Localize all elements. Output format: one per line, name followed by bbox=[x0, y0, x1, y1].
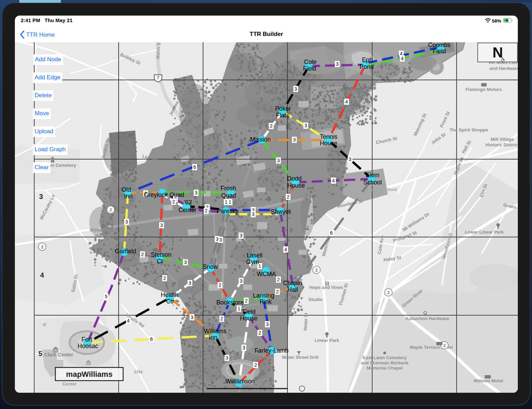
svg-text:Mission: Mission bbox=[250, 136, 270, 143]
svg-text:1: 1 bbox=[229, 199, 231, 205]
svg-text:Quad: Quad bbox=[221, 192, 236, 199]
svg-text:Inn: Inn bbox=[124, 193, 132, 200]
svg-text:4: 4 bbox=[40, 271, 44, 279]
svg-text:Chapin: Chapin bbox=[283, 280, 302, 287]
svg-text:3: 3 bbox=[39, 193, 43, 200]
svg-text:Frosh: Frosh bbox=[221, 185, 236, 192]
svg-text:3: 3 bbox=[184, 260, 187, 265]
svg-text:The Spirit Shoppe: The Spirit Shoppe bbox=[449, 127, 488, 133]
svg-text:5: 5 bbox=[105, 294, 108, 299]
svg-text:Pond: Pond bbox=[360, 63, 374, 70]
svg-text:3: 3 bbox=[195, 190, 198, 196]
svg-text:Linear Park: Linear Park bbox=[315, 338, 340, 343]
svg-text:Sawyer: Sawyer bbox=[271, 208, 291, 215]
svg-text:Center: Center bbox=[178, 207, 197, 213]
svg-text:3: 3 bbox=[349, 156, 351, 162]
svg-text:Garfield: Garfield bbox=[115, 248, 136, 255]
svg-text:School: School bbox=[363, 179, 382, 186]
svg-text:3: 3 bbox=[219, 237, 222, 243]
svg-text:East Lawn Cemetery: East Lawn Cemetery bbox=[363, 355, 407, 360]
svg-text:2: 2 bbox=[163, 275, 166, 281]
svg-text:6: 6 bbox=[193, 164, 196, 170]
svg-text:Lansing: Lansing bbox=[253, 292, 274, 299]
svg-text:4: 4 bbox=[332, 178, 335, 183]
svg-text:2: 2 bbox=[277, 277, 280, 282]
svg-text:3: 3 bbox=[304, 123, 307, 128]
svg-text:Lower Linear Park: Lower Linear Park bbox=[465, 229, 504, 235]
svg-text:3: 3 bbox=[216, 236, 219, 242]
svg-text:Flamingo Motors: Flamingo Motors bbox=[466, 87, 502, 92]
svg-text:4: 4 bbox=[284, 247, 287, 252]
svg-text:Field: Field bbox=[433, 48, 446, 55]
svg-text:Farley-Lamb: Farley-Lamb bbox=[255, 347, 288, 354]
svg-text:Poker: Poker bbox=[275, 105, 291, 112]
svg-text:2: 2 bbox=[205, 208, 208, 213]
svg-text:1: 1 bbox=[225, 199, 228, 205]
svg-text:2: 2 bbox=[110, 208, 112, 212]
svg-text:Mill Village: Mill Village bbox=[491, 137, 514, 142]
svg-text:Ct: Ct bbox=[157, 258, 163, 265]
svg-text:2: 2 bbox=[315, 268, 318, 273]
svg-text:Fort: Fort bbox=[81, 336, 92, 343]
svg-text:Lasell: Lasell bbox=[247, 252, 263, 259]
svg-text:Gym: Gym bbox=[246, 258, 259, 265]
svg-text:2: 2 bbox=[254, 362, 257, 368]
svg-text:7: 7 bbox=[157, 75, 159, 80]
svg-text:House: House bbox=[287, 182, 305, 189]
svg-text:Greylock Quad: Greylock Quad bbox=[144, 191, 184, 198]
svg-text:6: 6 bbox=[330, 230, 333, 236]
svg-text:Water St: Water St bbox=[303, 312, 309, 331]
svg-text:1: 1 bbox=[238, 306, 240, 311]
svg-text:Aubuchon Hardware: Aubuchon Hardware bbox=[405, 316, 449, 321]
svg-text:Field: Field bbox=[242, 308, 256, 315]
svg-text:3: 3 bbox=[266, 321, 269, 327]
svg-text:3: 3 bbox=[293, 137, 296, 143]
svg-text:2: 2 bbox=[172, 199, 175, 204]
svg-text:Water Street Grill: Water Street Grill bbox=[282, 355, 319, 360]
svg-text:4: 4 bbox=[345, 99, 348, 104]
svg-text:House: House bbox=[240, 315, 258, 322]
svg-text:3: 3 bbox=[189, 280, 191, 286]
svg-text:3: 3 bbox=[226, 355, 228, 361]
svg-text:Rink: Rink bbox=[259, 298, 272, 305]
svg-text:Center: Center bbox=[62, 381, 76, 387]
svg-text:3: 3 bbox=[240, 278, 242, 284]
svg-text:3: 3 bbox=[294, 86, 297, 92]
svg-text:Hoosac: Hoosac bbox=[77, 343, 98, 349]
svg-text:WCMA: WCMA bbox=[257, 271, 276, 278]
svg-text:2: 2 bbox=[270, 123, 273, 129]
svg-text:Inn: Inn bbox=[209, 334, 217, 341]
svg-text:Williams: Williams bbox=[204, 328, 226, 335]
svg-text:Historic District: Historic District bbox=[486, 142, 518, 147]
svg-text:Williamson: Williamson bbox=[226, 378, 255, 385]
svg-text:6: 6 bbox=[150, 336, 153, 342]
svg-text:3: 3 bbox=[242, 345, 245, 351]
svg-text:Old: Old bbox=[121, 186, 131, 193]
svg-text:3: 3 bbox=[125, 219, 128, 225]
svg-text:3: 3 bbox=[160, 222, 163, 228]
svg-text:3: 3 bbox=[252, 211, 255, 217]
svg-text:Ctr: Ctr bbox=[166, 298, 174, 305]
svg-text:House: House bbox=[320, 140, 338, 147]
svg-text:Health: Health bbox=[161, 291, 178, 298]
svg-text:2: 2 bbox=[141, 252, 144, 257]
svg-text:3: 3 bbox=[336, 61, 339, 67]
svg-text:2: 2 bbox=[219, 282, 221, 288]
svg-text:Elem: Elem bbox=[366, 172, 379, 179]
svg-text:Paresky: Paresky bbox=[217, 208, 238, 215]
svg-text:N: N bbox=[493, 44, 503, 61]
svg-text:3: 3 bbox=[191, 315, 193, 320]
svg-text:Cole: Cole bbox=[304, 58, 317, 65]
svg-text:Hall: Hall bbox=[287, 286, 298, 293]
svg-text:1753: 1753 bbox=[134, 370, 143, 374]
svg-text:2: 2 bbox=[287, 194, 290, 200]
svg-text:mapWilliams: mapWilliams bbox=[66, 370, 112, 379]
svg-text:3: 3 bbox=[240, 233, 242, 238]
svg-text:Eph: Eph bbox=[362, 56, 373, 63]
svg-text:Williamstown H: Williamstown H bbox=[90, 227, 123, 233]
svg-text:Flats: Flats bbox=[276, 112, 289, 119]
svg-text:Clark Center: Clark Center bbox=[44, 352, 73, 357]
svg-text:2: 2 bbox=[245, 298, 248, 303]
svg-text:2: 2 bbox=[41, 245, 44, 249]
svg-text:4: 4 bbox=[127, 318, 130, 324]
